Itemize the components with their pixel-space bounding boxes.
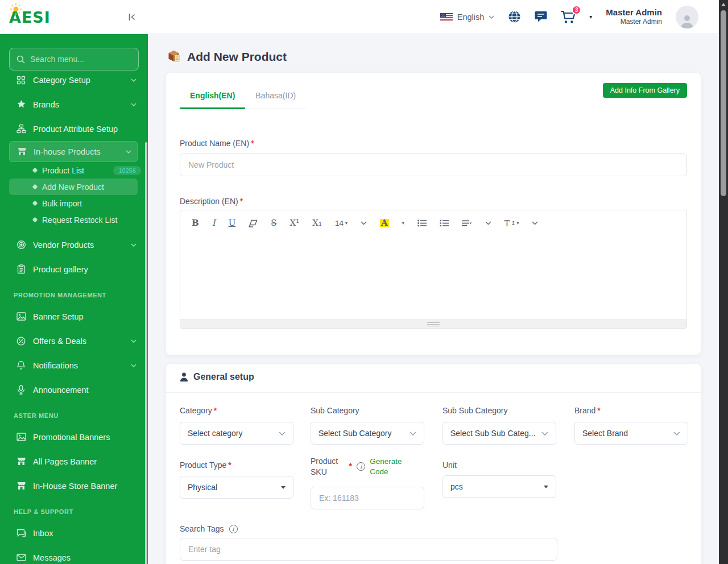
sidebar-item-in-house-store-banner[interactable]: In-House Store Banner — [0, 474, 148, 498]
product-sku-input[interactable] — [311, 487, 424, 509]
percent-icon — [16, 337, 26, 346]
editor-content-area[interactable] — [180, 231, 686, 320]
chevron-down-icon — [673, 432, 680, 436]
sidebar-item-product-attribute-setup[interactable]: Product Attribute Setup — [0, 117, 148, 141]
product-sku-label: Product SKU — [311, 456, 342, 478]
chevron-down-icon — [126, 150, 131, 154]
product-type-label: Product Type* — [180, 461, 231, 470]
sitemap-icon — [16, 124, 26, 134]
line-height-dropdown[interactable]: T↕▾ — [504, 219, 519, 227]
product-name-label: Product Name (EN)* — [180, 139, 254, 148]
sidebar-item-all-pages-banner[interactable]: All Pages Banner — [0, 449, 148, 474]
image-icon — [16, 433, 26, 441]
description-label: Description (EN)* — [180, 197, 243, 206]
sidebar-item-request-restock-list[interactable]: Request Restock List — [0, 212, 148, 228]
cart-button[interactable]: 3 — [561, 10, 576, 24]
ordered-list-button[interactable] — [440, 219, 449, 227]
italic-button[interactable]: I — [212, 219, 216, 227]
remove-format-icon[interactable] — [249, 219, 258, 227]
in-house-products-submenu: Product List 10256 Add New Product Bulk … — [0, 162, 148, 228]
brand-label: Brand* — [574, 406, 601, 415]
chevron-down-icon — [131, 364, 136, 367]
bell-icon — [16, 360, 26, 370]
page-scrollbar — [719, 0, 728, 564]
underline-button[interactable]: U — [229, 219, 236, 227]
menu-search[interactable] — [9, 48, 139, 70]
scrollbar-thumb[interactable] — [721, 10, 726, 196]
font-color-button[interactable]: A — [380, 219, 389, 227]
brand-select[interactable]: Select Brand — [574, 422, 688, 445]
sidebar-item-announcement[interactable]: Announcement — [0, 378, 148, 402]
sidebar-item-category-setup[interactable]: Category Setup — [0, 68, 148, 92]
user-name: Master Admin — [606, 7, 662, 18]
caret-down-icon: ▾ — [345, 221, 348, 226]
grip-icon — [427, 322, 440, 326]
strikethrough-button[interactable]: S — [271, 219, 276, 227]
category-label: Category* — [180, 406, 217, 415]
unordered-list-button[interactable] — [417, 219, 427, 227]
bold-button[interactable]: B — [192, 219, 199, 227]
font-size-chevron[interactable] — [361, 221, 367, 225]
sidebar-item-messages[interactable]: Messages — [0, 545, 148, 564]
product-count-badge: 10256 — [113, 166, 141, 175]
sidebar-item-brands[interactable]: Brands — [0, 92, 148, 117]
general-setup-card: General setup Category* Sub Category Sub… — [166, 364, 701, 564]
sidebar-item-offers-deals[interactable]: Offers & Deals — [0, 329, 148, 353]
unit-label: Unit — [442, 461, 457, 470]
user-menu[interactable]: Master Admin Master Admin — [606, 7, 662, 27]
sidebar-item-inbox[interactable]: Inbox — [0, 521, 148, 545]
paragraph-chevron[interactable] — [485, 221, 491, 225]
store-icon — [16, 147, 27, 156]
superscript-button[interactable]: X¹ — [290, 219, 300, 227]
search-tags-input[interactable] — [180, 538, 557, 561]
page-title: Add New Product — [187, 50, 287, 64]
sub-sub-category-select[interactable]: Select Sub Sub Categ... — [442, 422, 556, 445]
subscript-button[interactable]: X₁ — [312, 219, 322, 227]
editor-resize-handle[interactable] — [180, 320, 686, 328]
sidebar-item-in-house-products[interactable]: In-house Products — [9, 141, 138, 162]
chevron-down-icon — [279, 432, 286, 436]
sidebar-item-product-list[interactable]: Product List 10256 — [0, 162, 148, 179]
language-selector[interactable]: English — [440, 13, 495, 22]
product-type-select[interactable]: Physical — [180, 476, 293, 499]
globe-icon[interactable] — [508, 10, 521, 23]
add-info-from-gallery-button[interactable]: Add Info From Gallery — [603, 83, 687, 98]
tab-bahasa[interactable]: Bahasa(ID) — [245, 85, 306, 109]
scroll-up-arrow[interactable] — [721, 3, 726, 6]
app-logo[interactable]: AESI — [9, 9, 51, 26]
info-icon[interactable]: i — [229, 525, 238, 533]
avatar[interactable] — [676, 6, 698, 28]
sidebar-item-banner-setup[interactable]: Banner Setup — [0, 304, 148, 329]
user-dropdown-caret[interactable]: ▾ — [589, 14, 592, 20]
sidebar-menu: Category Setup Brands Product Attribute … — [0, 34, 148, 564]
sidebar-item-add-new-product[interactable]: Add New Product — [9, 179, 138, 195]
required-mark: * — [240, 197, 243, 206]
sub-category-select[interactable]: Select Sub Category — [311, 422, 424, 445]
menu-search-input[interactable] — [30, 55, 133, 64]
tab-english[interactable]: English(EN) — [180, 85, 245, 109]
product-sku-label-row: Product SKU * i Generate Code — [311, 456, 433, 478]
sidebar-item-bulk-import[interactable]: Bulk import — [0, 195, 148, 212]
general-setup-header: General setup — [180, 372, 254, 382]
section-promotion-management: PROMOTION MANAGEMENT — [0, 281, 148, 304]
sidebar-scrollbar-thumb[interactable] — [145, 142, 147, 564]
line-height-chevron[interactable] — [532, 221, 538, 225]
sidebar-item-product-gallery[interactable]: Product gallery — [0, 257, 148, 281]
unit-select[interactable]: pcs — [442, 475, 556, 498]
sidebar-collapse-icon[interactable] — [127, 13, 136, 22]
main-content: Add New Product English(EN) Bahasa(ID) A… — [148, 34, 719, 564]
chevron-down-icon — [410, 432, 416, 436]
font-color-caret[interactable]: ▾ — [402, 221, 404, 226]
sidebar-item-notifications[interactable]: Notifications — [0, 353, 148, 378]
generate-code-link[interactable]: Generate Code — [370, 457, 406, 477]
font-size-dropdown[interactable]: 14▾ — [335, 219, 348, 227]
chat-icon[interactable] — [535, 11, 547, 23]
editor-toolbar: B I U S X¹ X₁ 14▾ A ▾ — [180, 210, 686, 231]
info-icon[interactable]: i — [357, 462, 365, 471]
sidebar-item-promotional-banners[interactable]: Promotional Banners — [0, 425, 148, 449]
star-icon — [16, 99, 26, 109]
product-name-input[interactable] — [180, 154, 687, 176]
sidebar-item-vendor-products[interactable]: Vendor Products — [0, 233, 148, 257]
paragraph-align-button[interactable] — [462, 220, 472, 227]
category-select[interactable]: Select category — [180, 422, 293, 445]
